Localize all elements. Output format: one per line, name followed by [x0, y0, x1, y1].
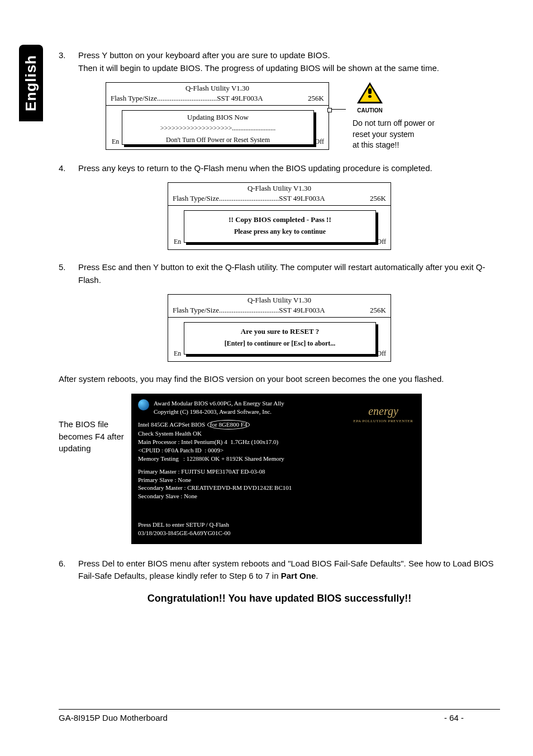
- boot-info-block: Intel 845GE AGPSet BIOS for 8GE800 F4 Ch…: [138, 420, 415, 462]
- updating-title: Updating BIOS Now: [122, 113, 313, 122]
- boot-line: Secondary Slave : None: [138, 492, 415, 500]
- flash-size: 256K: [308, 94, 324, 103]
- reset-prompt: [Enter] to continure or [Esc] to abort..…: [184, 339, 375, 348]
- caution-line: Do not turn off power or: [353, 118, 453, 129]
- boot-header-line: Award Modular BIOS v6.00PG, An Energy St…: [154, 399, 284, 408]
- step-text: Press Y button on your keyboard after yo…: [78, 49, 500, 74]
- congratulation-heading: Congratulation!! You have updated BIOS s…: [59, 593, 500, 604]
- boot-line: Memory Testing : 122880K OK + 8192K Shar…: [138, 455, 415, 463]
- qflash-panel-3: Q-Flash Utility V1.30 Flash Type/Size...…: [59, 294, 500, 362]
- qflash-body: En er Off Are you sure to RESET ? [Enter…: [168, 318, 391, 361]
- boot-line: Secondary Master : CREATIVEDVD-RM DVD124…: [138, 484, 415, 492]
- step-3: 3. Press Y button on your keyboard after…: [59, 49, 500, 74]
- boot-line: Check System Health OK: [138, 429, 415, 438]
- boot-text: Intel 845GE AGPSet BIOS: [138, 421, 207, 428]
- caution-label: CAUTION: [353, 107, 387, 115]
- completed-dialog: !! Copy BIOS completed - Pass !! Please …: [184, 210, 376, 243]
- flash-type-label: Flash Type/Size.........................…: [173, 194, 325, 203]
- step-tail: .: [316, 571, 318, 580]
- bg-enter-text: En: [112, 138, 119, 146]
- completed-title: !! Copy BIOS completed - Pass !!: [184, 215, 375, 224]
- qflash-typesize: Flash Type/Size.........................…: [168, 306, 391, 318]
- step-number: 3.: [59, 49, 78, 74]
- step-text: Press Esc and then Y button to exit the …: [78, 261, 500, 286]
- boot-footer-block: Press DEL to enter SETUP / Q-Flash 03/18…: [138, 521, 415, 537]
- step-line: Press Y button on your keyboard after yo…: [78, 50, 330, 60]
- reset-title: Are you sure to RESET ?: [184, 327, 375, 336]
- bg-enter-text: En: [174, 349, 181, 358]
- boot-line: Primary Slave : None: [138, 476, 415, 484]
- footer-page-number: - 64 -: [444, 713, 500, 722]
- qflash-title: Q-Flash Utility V1.30: [168, 183, 391, 194]
- qflash-body: En er Off Updating BIOS Now >>>>>>>>>>>>…: [106, 106, 329, 149]
- step-5: 5. Press Esc and then Y button to exit t…: [59, 261, 500, 286]
- boot-line: Primary Master : FUJITSU MPE3170AT ED-03…: [138, 467, 415, 476]
- boot-line: Main Processor : Intel Pentium(R) 4 1.7G…: [138, 438, 415, 446]
- step-text: Press Del to enter BIOS menu after syste…: [78, 557, 500, 583]
- boot-screen: Award Modular BIOS v6.00PG, An Energy St…: [131, 394, 422, 544]
- award-logo-icon: [138, 399, 149, 410]
- boot-screen-note: The BIOS file becomes F4 after updating: [59, 394, 131, 455]
- boot-line: 03/18/2003-I845GE-6A69YG01C-00: [138, 529, 415, 537]
- caution-line: reset your system: [353, 129, 453, 140]
- qflash-body: En er Off !! Copy BIOS completed - Pass …: [168, 206, 391, 249]
- qflash-box: Q-Flash Utility V1.30 Flash Type/Size...…: [168, 182, 391, 250]
- step-number: 4.: [59, 162, 78, 175]
- flash-size: 256K: [370, 306, 386, 315]
- page-footer: GA-8I915P Duo Motherboard - 64 -: [59, 709, 500, 722]
- step-6: 6. Press Del to enter BIOS menu after sy…: [59, 557, 500, 583]
- energy-script: energy: [353, 404, 414, 419]
- caution-line: at this stage!!: [353, 140, 453, 151]
- updating-dialog: Updating BIOS Now >>>>>>>>>>>>>>>>>>>...…: [122, 110, 314, 145]
- qflash-typesize: Flash Type/Size.........................…: [168, 194, 391, 206]
- flash-size: 256K: [370, 194, 386, 203]
- step-text: Press any keys to return to the Q-Flash …: [78, 162, 500, 175]
- qflash-typesize: Flash Type/Size.........................…: [106, 94, 329, 106]
- completed-prompt: Please press any key to continue: [184, 228, 375, 236]
- boot-line: Press DEL to enter SETUP / Q-Flash: [138, 521, 415, 529]
- qflash-panel-1: Q-Flash Utility V1.30 Flash Type/Size...…: [59, 82, 500, 151]
- qflash-panel-2: Q-Flash Utility V1.30 Flash Type/Size...…: [59, 182, 500, 250]
- after-reboot-paragraph: After system reboots, you may find the B…: [59, 373, 500, 386]
- boot-line: <CPUID : 0F0A Patch ID : 0009>: [138, 446, 415, 455]
- step-bold: Part One: [281, 571, 316, 580]
- step-number: 5.: [59, 261, 78, 286]
- caution-icon: [357, 82, 383, 105]
- flash-type-label: Flash Type/Size.........................…: [111, 94, 263, 103]
- footer-product: GA-8I915P Duo Motherboard: [59, 713, 444, 722]
- reset-dialog: Are you sure to RESET ? [Enter] to conti…: [184, 322, 376, 355]
- step-4: 4. Press any keys to return to the Q-Fla…: [59, 162, 500, 175]
- qflash-box: Q-Flash Utility V1.30 Flash Type/Size...…: [106, 82, 329, 150]
- boot-drives-block: Primary Master : FUJITSU MPE3170AT ED-03…: [138, 467, 415, 500]
- page-content: 3. Press Y button on your keyboard after…: [59, 49, 500, 604]
- caution-callout: CAUTION Do not turn off power or reset y…: [353, 82, 453, 151]
- qflash-title: Q-Flash Utility V1.30: [106, 83, 329, 94]
- updating-warning: Don't Turn Off Power or Reset System: [122, 136, 313, 144]
- language-tab: English: [19, 45, 43, 121]
- step-line: Then it will begin to update BIOS. The p…: [78, 63, 439, 73]
- energy-star-badge: energy EPA POLLUTION PREVENTER: [353, 404, 414, 424]
- boot-header-line: Copyright (C) 1984-2003, Award Software,…: [154, 408, 284, 416]
- energy-subtitle: EPA POLLUTION PREVENTER: [353, 419, 414, 424]
- bios-version-highlight: for 8GE800 F4: [207, 420, 250, 429]
- callout-connector: [329, 109, 346, 110]
- boot-screen-row: The BIOS file becomes F4 after updating …: [59, 394, 500, 544]
- qflash-title: Q-Flash Utility V1.30: [168, 295, 391, 306]
- updating-progress: >>>>>>>>>>>>>>>>>>>.....................…: [122, 124, 313, 133]
- flash-type-label: Flash Type/Size.........................…: [173, 306, 325, 315]
- bg-enter-text: En: [174, 238, 181, 246]
- qflash-box: Q-Flash Utility V1.30 Flash Type/Size...…: [168, 294, 391, 362]
- step-number: 6.: [59, 557, 78, 583]
